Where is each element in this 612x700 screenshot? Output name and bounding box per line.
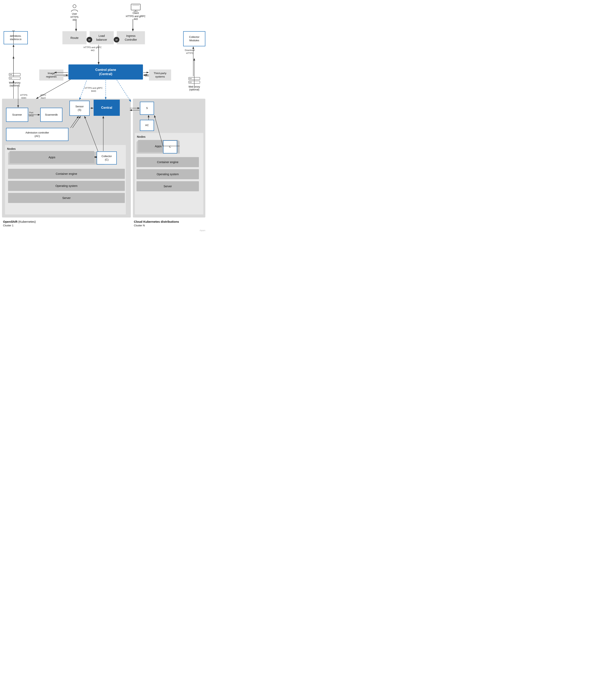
- user-port: 443: [72, 18, 76, 21]
- third-party-box: Third-party systems: [149, 69, 171, 81]
- openshift-label: OpenShift (Kubernetes): [3, 220, 36, 223]
- collector-modules-box: Collector Modules: [183, 31, 205, 46]
- svg-rect-34: [189, 77, 200, 80]
- user-label: User: [72, 13, 77, 15]
- scanner-box: Scanner: [6, 108, 28, 122]
- svg-rect-31: [9, 77, 20, 79]
- svg-rect-25: [132, 5, 139, 6]
- https-grpc-8443-label: HTTPS and gRPC 8443: [85, 86, 103, 93]
- s-box: S: [140, 102, 154, 115]
- c-box: C: [163, 140, 177, 153]
- ingress-controller-box: Ingress Controller: [117, 31, 145, 44]
- container-engine-right: Container engine: [137, 157, 199, 167]
- svg-line-56: [117, 80, 131, 102]
- control-plane-box: Control plane (Central): [68, 65, 143, 80]
- apps-box-left: Apps: [10, 151, 94, 163]
- svg-point-32: [10, 78, 11, 79]
- svg-point-39: [191, 82, 192, 83]
- image-registries-box: Image registries: [39, 69, 64, 81]
- client-protocol: HTTPS and gRPC: [126, 15, 145, 18]
- svg-point-35: [190, 78, 190, 79]
- server-left: Server: [8, 193, 125, 203]
- web-proxy-left: Web proxy (optional): [4, 72, 26, 87]
- user-protocol: HTTPS: [70, 16, 78, 18]
- sensor-box: Sensor (S): [69, 101, 89, 116]
- client-label: Client: [133, 12, 139, 14]
- definitions-box: definitions. stackrox.io: [4, 31, 28, 44]
- svg-rect-37: [189, 81, 200, 83]
- nodes-right-label: Nodes: [137, 135, 145, 139]
- container-engine-left: Container engine: [8, 169, 125, 179]
- svg-point-30: [11, 74, 12, 75]
- user-icon: User HTTPS 443: [70, 4, 79, 21]
- nodes-left-label: Nodes: [7, 147, 16, 151]
- admission-controller-box: Admission controller (AC): [6, 128, 68, 141]
- svg-point-29: [10, 74, 11, 75]
- cloud-k8s-label: Cloud Kubernetes distributions: [134, 220, 179, 223]
- https-grpc-443-label: HTTPS and gRPC 443: [84, 46, 102, 52]
- route-box: Route: [62, 31, 86, 44]
- diagram-container: User HTTPS 443 Client HTTPS and gRPC 443…: [0, 0, 209, 234]
- client-port: 443: [134, 18, 138, 20]
- load-balancer-box: Load balancer: [89, 31, 114, 44]
- watermark: rhpam: [200, 229, 205, 232]
- os-left: Operating system: [8, 181, 125, 191]
- svg-rect-28: [9, 73, 20, 76]
- download-https-label: Download HTTPS: [185, 49, 195, 55]
- svg-point-38: [190, 82, 190, 83]
- client-icon: Client HTTPS and gRPC 443: [126, 4, 145, 20]
- svg-point-33: [11, 78, 12, 79]
- web-proxy-right: Web proxy (optional): [183, 77, 205, 91]
- or-circle-1: or: [86, 37, 92, 42]
- svg-point-36: [191, 78, 192, 79]
- cluster1-label: Cluster 1: [3, 224, 13, 227]
- collector-c-box: Collector (C): [97, 151, 117, 165]
- or-circle-2: or: [114, 37, 120, 42]
- svg-point-23: [73, 5, 76, 8]
- cluster-n-label: Cluster N: [134, 224, 145, 227]
- server-right: Server: [137, 181, 199, 191]
- port-5432-label: Port 5432: [29, 111, 33, 118]
- central-small-box: Central: [94, 100, 120, 116]
- os-right: Operating system: [137, 169, 199, 179]
- ac-box: AC: [140, 120, 154, 131]
- scannerdb-box: Scannerdb: [40, 108, 62, 122]
